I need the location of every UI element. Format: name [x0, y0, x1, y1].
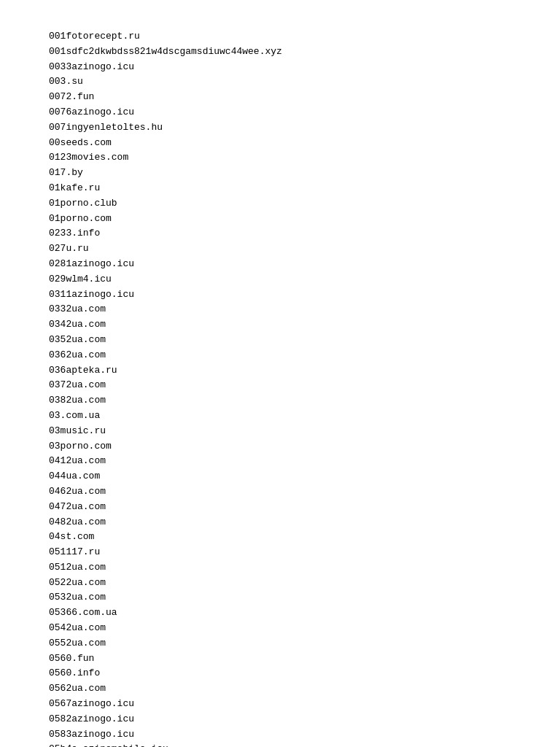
list-item: 0522ua.com	[49, 576, 511, 591]
list-item: 01kafe.ru	[49, 181, 511, 196]
list-item: 0311azinogo.icu	[49, 287, 511, 303]
list-item: 017.by	[49, 166, 511, 181]
list-item: 007ingyenletoltes.hu	[49, 120, 511, 136]
list-item: 0567azinogo.icu	[49, 697, 511, 712]
list-item: 0342ua.com	[49, 317, 511, 333]
list-item: 0472ua.com	[49, 500, 511, 515]
list-item: 0382ua.com	[49, 393, 511, 409]
list-item: 0582azinogo.icu	[49, 712, 511, 727]
list-item: 001fotorecept.ru	[49, 29, 511, 44]
list-item: 01porno.club	[49, 196, 511, 212]
list-item: 044ua.com	[49, 469, 511, 484]
list-item: 0033azinogo.icu	[49, 60, 511, 75]
list-item: 029wlm4.icu	[49, 272, 511, 287]
list-item: 0372ua.com	[49, 378, 511, 393]
list-item: 05b4a-azinomobile.icu	[49, 742, 511, 747]
list-item: 0352ua.com	[49, 333, 511, 348]
list-item: 0233.info	[49, 226, 511, 241]
list-item: 0332ua.com	[49, 302, 511, 317]
list-item: 0552ua.com	[49, 636, 511, 651]
list-item: 051117.ru	[49, 545, 511, 560]
list-item: 00seeds.com	[49, 136, 511, 151]
list-item: 001sdfc2dkwbdss821w4dscgamsdiuwc44wee.xy…	[49, 44, 511, 60]
list-item: 03.com.ua	[49, 409, 511, 424]
list-item: 0462ua.com	[49, 484, 511, 500]
list-item: 01porno.com	[49, 212, 511, 227]
list-item: 0076azinogo.icu	[49, 105, 511, 120]
list-item: 0542ua.com	[49, 621, 511, 636]
list-item: 0412ua.com	[49, 454, 511, 469]
list-item: 0123movies.com	[49, 150, 511, 166]
list-item: 04st.com	[49, 530, 511, 545]
list-item: 0560.fun	[49, 651, 511, 667]
list-item: 0482ua.com	[49, 515, 511, 530]
list-item: 003.su	[49, 74, 511, 90]
list-item: 05366.com.ua	[49, 605, 511, 621]
list-item: 0583azinogo.icu	[49, 727, 511, 743]
list-item: 036apteka.ru	[49, 363, 511, 379]
list-item: 027u.ru	[49, 241, 511, 257]
list-item: 0362ua.com	[49, 348, 511, 363]
list-item: 03porno.com	[49, 439, 511, 454]
domain-list: 001fotorecept.ru001sdfc2dkwbdss821w4dscg…	[49, 29, 511, 747]
list-item: 0072.fun	[49, 90, 511, 105]
list-item: 03music.ru	[49, 424, 511, 439]
list-item: 0281azinogo.icu	[49, 257, 511, 272]
list-item: 0560.info	[49, 666, 511, 681]
list-item: 0562ua.com	[49, 681, 511, 697]
list-item: 0532ua.com	[49, 590, 511, 605]
list-item: 0512ua.com	[49, 560, 511, 576]
